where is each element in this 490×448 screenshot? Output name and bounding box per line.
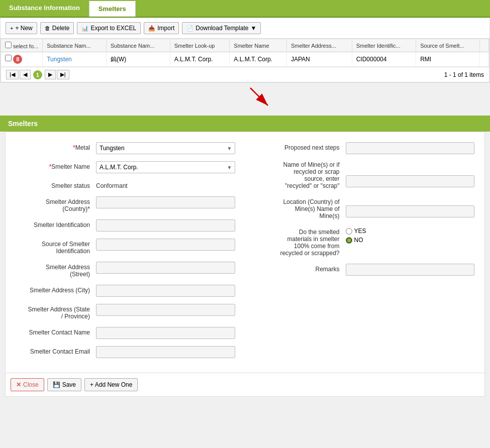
pagination-info: 1 - 1 of 1 items — [444, 71, 484, 78]
proposed-next-steps-input[interactable] — [346, 142, 475, 154]
col-header-substance-name2: Substance Nam... — [106, 39, 170, 52]
tab-substance-information[interactable]: Substance Information — [0, 0, 89, 17]
download-icon: 📄 — [186, 25, 193, 32]
arrow-icon — [240, 85, 280, 110]
mine-name-row: Name of Mine(s) or if recycled or scrap … — [255, 161, 475, 189]
import-button[interactable]: 📥 Import — [144, 22, 179, 34]
pagination-controls: |◀ ◀ 1 ▶ ▶| — [6, 70, 69, 79]
smelter-address-city-input[interactable]: Toyama City — [96, 285, 235, 297]
data-grid: select fo... Substance Nam... Substance … — [1, 39, 489, 82]
row-badge: 8 — [13, 55, 22, 64]
smelter-name-select[interactable]: A.L.M.T. Corp. — [96, 161, 235, 173]
select-all-checkbox[interactable] — [5, 42, 12, 48]
grid-table: select fo... Substance Nam... Substance … — [1, 39, 489, 67]
tab-bar: Substance Information Smelters — [0, 0, 490, 18]
form-left-column: *Metal Tungsten ▼ *Smelter Name — [16, 142, 235, 365]
tab-smelters[interactable]: Smelters — [89, 0, 136, 17]
pagination-bar: |◀ ◀ 1 ▶ ▶| 1 - 1 of 1 items — [1, 67, 489, 82]
smelter-contact-name-input[interactable] — [96, 327, 235, 339]
row-select-cell: 8 — [1, 52, 43, 67]
smelter-address-country-input[interactable]: JAPAN — [96, 196, 235, 208]
remarks-row: Remarks — [255, 264, 475, 276]
smelter-address-country-row: Smelter Address (Country)* JAPAN — [16, 196, 235, 212]
close-icon: ✕ — [16, 381, 21, 388]
col-header-substance-name1: Substance Nam... — [43, 39, 107, 52]
mine-location-label: Location (Country) of Mine(s) Name of Mi… — [255, 196, 346, 219]
save-button[interactable]: 💾 Save — [47, 378, 81, 391]
delete-button[interactable]: 🗑 Delete — [40, 22, 74, 34]
row-scroll-cell — [480, 52, 489, 67]
row-smelter-id: CID000004 — [352, 52, 416, 67]
first-page-button[interactable]: |◀ — [6, 70, 19, 79]
smelter-address-country-label: Smelter Address (Country)* — [16, 196, 96, 212]
proposed-next-steps-label: Proposed next steps — [255, 142, 346, 151]
smelter-identification-label: Smelter Identification — [16, 219, 96, 229]
smelter-address-state-input[interactable]: Toyama — [96, 304, 235, 316]
smelter-address-street-label: Smelter Address (Street) — [16, 262, 96, 278]
current-page-badge: 1 — [33, 70, 42, 79]
save-icon: 💾 — [53, 381, 60, 388]
toolbar: + + New 🗑 Delete 📊 Export to EXCEL 📥 Imp… — [1, 18, 489, 39]
remarks-label: Remarks — [255, 264, 346, 273]
smelter-name-select-wrapper: A.L.M.T. Corp. ▼ — [96, 161, 235, 173]
proposed-next-steps-row: Proposed next steps — [255, 142, 475, 154]
col-header-smelter-name: Smelter Name — [230, 39, 287, 52]
smelter-address-street-input[interactable] — [96, 262, 235, 274]
source-label: Source of Smelter Identification — [16, 239, 96, 255]
export-excel-button[interactable]: 📊 Export to EXCEL — [77, 22, 141, 34]
prev-page-button[interactable]: ◀ — [20, 70, 31, 79]
smelter-status-value: Conformant — [96, 180, 128, 189]
metal-select[interactable]: Tungsten — [96, 142, 235, 154]
close-button[interactable]: ✕ Close — [11, 378, 44, 391]
smelter-name-label: *Smelter Name — [16, 161, 96, 170]
smelter-identification-input[interactable]: CID000004 — [96, 219, 235, 232]
row-substance-name2: 鎢(W) — [106, 52, 170, 67]
row-smelter-address: JAPAN — [287, 52, 352, 67]
smelter-status-label: Smelter status — [16, 180, 96, 189]
mine-name-input[interactable] — [346, 175, 475, 187]
download-template-button[interactable]: 📄 Download Template ▼ — [182, 22, 261, 34]
recycled-no-radio[interactable] — [346, 237, 352, 244]
col-header-select: select fo... — [1, 39, 43, 52]
dropdown-arrow-icon: ▼ — [250, 25, 256, 32]
smelter-address-state-row: Smelter Address (State / Province) Toyam… — [16, 304, 235, 320]
mine-name-label: Name of Mine(s) or if recycled or scrap … — [255, 161, 346, 189]
last-page-button[interactable]: ▶| — [57, 70, 69, 79]
top-section: + + New 🗑 Delete 📊 Export to EXCEL 📥 Imp… — [0, 18, 490, 83]
row-smelter-name: A.L.M.T. Corp. — [230, 52, 287, 67]
mine-location-row: Location (Country) of Mine(s) Name of Mi… — [255, 196, 475, 219]
recycled-row: Do the smelted materials in smelter 100%… — [255, 227, 475, 257]
form-container: *Metal Tungsten ▼ *Smelter Name — [5, 132, 485, 373]
metal-label: *Metal — [16, 142, 96, 151]
row-smelter-lookup: A.L.M.T. Corp. — [170, 52, 230, 67]
table-row[interactable]: 8 Tungsten 鎢(W) A.L.M.T. Corp. A.L.M.T. … — [1, 52, 489, 67]
add-new-one-button[interactable]: + Add New One — [84, 378, 138, 391]
smelter-contact-name-row: Smelter Contact Name — [16, 327, 235, 339]
col-header-source: Source of Smelt... — [416, 39, 480, 52]
row-source: RMI — [416, 52, 480, 67]
remarks-input[interactable] — [346, 264, 475, 276]
smelter-contact-email-input[interactable] — [96, 346, 235, 358]
recycled-yes-radio[interactable] — [346, 228, 352, 235]
metal-row: *Metal Tungsten ▼ — [16, 142, 235, 154]
recycled-label: Do the smelted materials in smelter 100%… — [255, 227, 346, 257]
smelter-contact-name-label: Smelter Contact Name — [16, 327, 96, 336]
row-substance-name1[interactable]: Tungsten — [43, 52, 107, 67]
trash-icon: 🗑 — [45, 25, 50, 31]
new-button[interactable]: + + New — [6, 22, 37, 34]
smelter-address-city-label: Smelter Address (City) — [16, 285, 96, 294]
col-header-smelter-id: Smelter Identific... — [352, 39, 416, 52]
mine-location-input[interactable] — [346, 205, 475, 217]
plus-icon: + — [10, 25, 13, 31]
recycled-yes-option[interactable]: YES — [346, 228, 366, 235]
form-footer: ✕ Close 💾 Save + Add New One — [5, 373, 485, 397]
smelter-contact-email-row: Smelter Contact Email — [16, 346, 235, 358]
next-page-button[interactable]: ▶ — [45, 70, 56, 79]
source-row: Source of Smelter Identification RMI — [16, 239, 235, 255]
source-input[interactable]: RMI — [96, 239, 235, 251]
arrow-container — [0, 83, 490, 110]
metal-select-wrapper: Tungsten ▼ — [96, 142, 235, 154]
substance-name-link[interactable]: Tungsten — [47, 56, 72, 63]
row-checkbox[interactable] — [5, 55, 12, 61]
recycled-no-option[interactable]: NO — [346, 237, 366, 244]
